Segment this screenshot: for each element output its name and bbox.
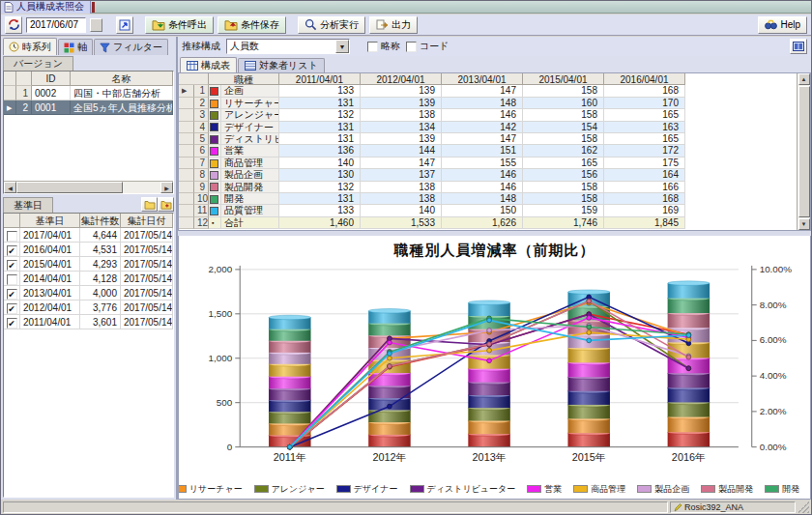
- run-analysis-button[interactable]: 分析実行: [298, 16, 365, 34]
- category-cell[interactable]: アレンジャー: [221, 109, 279, 121]
- date-column-header[interactable]: 2013/04/01: [442, 73, 523, 85]
- legend-swatch: [637, 485, 652, 493]
- value-cell: 169: [604, 205, 685, 216]
- folder-save-icon: [224, 19, 238, 31]
- load-conditions-button[interactable]: 条件呼出: [145, 16, 214, 34]
- value-cell: 165: [604, 109, 685, 121]
- record-arrow: ▶: [4, 100, 16, 115]
- category-cell[interactable]: 企画: [221, 85, 279, 97]
- legend-item: リサーチャー: [178, 483, 243, 496]
- scroll-up-icon[interactable]: ▲: [798, 73, 810, 85]
- folder-open-small-button[interactable]: [141, 197, 158, 212]
- tab-target-list[interactable]: 対象者リスト: [238, 58, 325, 72]
- date-column-header[interactable]: 2011/04/01: [279, 73, 361, 85]
- category-cell[interactable]: 製品開発: [221, 182, 279, 193]
- row-checkbox[interactable]: ✔: [7, 318, 17, 329]
- code-checkbox-group[interactable]: コード: [406, 40, 449, 53]
- scroll-down-icon[interactable]: ▼: [798, 218, 810, 230]
- total-value-cell: 1,746: [523, 217, 604, 229]
- column-header[interactable]: 基準日: [20, 214, 80, 228]
- chart-title: 職種別人員増減率（前期比）: [394, 242, 595, 260]
- checkbox-cell: ✔: [4, 257, 20, 272]
- composition-table: 職種2011/04/012012/04/012013/04/012015/04/…: [179, 73, 670, 229]
- base-date-input[interactable]: [26, 17, 86, 33]
- value-cell: 146: [442, 169, 523, 181]
- category-cell[interactable]: 商品管理: [221, 157, 279, 169]
- status-bar: Rosic392_ANA: [1, 501, 811, 514]
- swatch-cell: [209, 205, 221, 216]
- value-cell: 172: [604, 145, 685, 157]
- category-column-header[interactable]: 職種: [209, 73, 279, 85]
- column-header[interactable]: 集計件数: [80, 214, 121, 228]
- version-hscrollbar[interactable]: ◀ ▶: [4, 181, 173, 193]
- scroll-thumb[interactable]: [798, 86, 810, 217]
- tab-axis[interactable]: 軸: [58, 39, 93, 55]
- column-header[interactable]: 名称: [71, 72, 173, 86]
- document-icon: [4, 2, 14, 13]
- series-color-swatch: [210, 123, 218, 131]
- category-cell[interactable]: リサーチャー: [221, 98, 279, 109]
- category-cell[interactable]: デザイナー: [221, 122, 279, 133]
- tab-time-series[interactable]: 時系列: [3, 38, 57, 55]
- scroll-thumb[interactable]: [16, 182, 123, 193]
- output-button[interactable]: 出力: [369, 16, 418, 34]
- row-checkbox[interactable]: ✔: [7, 245, 17, 256]
- abbrev-checkbox[interactable]: [367, 42, 378, 52]
- row-checkbox[interactable]: ✔: [7, 260, 17, 271]
- window-title-tab[interactable]: 人員構成表照会: [1, 1, 91, 14]
- scroll-left-icon[interactable]: ◀: [4, 182, 16, 193]
- chevron-down-icon[interactable]: ▼: [335, 40, 349, 53]
- row-checkbox[interactable]: ✔: [7, 289, 17, 300]
- base-date-section-bar: 基準日: [3, 196, 174, 213]
- svg-text:8.00%: 8.00%: [759, 300, 786, 310]
- row-checkbox[interactable]: ✔: [7, 303, 17, 314]
- scroll-right-icon[interactable]: ▶: [160, 182, 173, 193]
- timestamp-cell: 2017/05/14 15:35:1: [121, 315, 173, 329]
- row-checkbox[interactable]: [7, 231, 17, 242]
- table-vscrollbar[interactable]: ▲ ▼: [797, 73, 810, 230]
- date-column-header[interactable]: 2015/04/01: [523, 73, 604, 85]
- count-cell: 4,531: [80, 243, 121, 257]
- category-cell[interactable]: 品質管理: [221, 205, 279, 216]
- value-cell: 168: [604, 85, 685, 97]
- legend-swatch: [254, 485, 269, 493]
- tab-filter[interactable]: フィルター: [94, 39, 168, 55]
- date-picker-button[interactable]: [90, 18, 102, 32]
- swatch-cell: [209, 182, 221, 193]
- category-cell[interactable]: 製品企画: [221, 169, 279, 181]
- right-tab-bar: 構成表 対象者リスト: [178, 56, 811, 72]
- open-external-button[interactable]: [116, 16, 133, 34]
- legend-item: 開発: [765, 483, 799, 496]
- column-header[interactable]: ID: [32, 72, 71, 86]
- value-cell: 162: [523, 145, 604, 157]
- category-cell[interactable]: ディストリビ..: [221, 133, 279, 145]
- folder-save-small-button[interactable]: [158, 197, 174, 212]
- code-checkbox[interactable]: [406, 42, 417, 52]
- svg-text:10.00%: 10.00%: [759, 264, 792, 274]
- category-cell[interactable]: 営業: [221, 145, 279, 157]
- timestamp-cell: 2017/05/14 15:35:1: [121, 286, 173, 300]
- resize-grip[interactable]: [798, 501, 809, 513]
- series-color-swatch: [210, 159, 218, 168]
- swatch-cell: [209, 157, 221, 169]
- left-panel: 時系列 軸 フィルター: [1, 37, 178, 500]
- value-cell: 168: [604, 193, 685, 205]
- value-cell: 132: [279, 109, 361, 121]
- abbrev-checkbox-group[interactable]: 略称: [367, 40, 400, 53]
- save-conditions-button[interactable]: 条件保存: [218, 16, 286, 34]
- column-header[interactable]: 集計日付: [121, 214, 173, 228]
- row-number: 1: [194, 85, 209, 97]
- category-cell[interactable]: 開発: [221, 193, 279, 205]
- date-column-header[interactable]: 2016/04/01: [604, 73, 685, 85]
- axis-grid-icon: [64, 43, 74, 53]
- layout-toggle-button[interactable]: [790, 39, 807, 54]
- refresh-button[interactable]: [5, 16, 22, 34]
- record-arrow: [179, 205, 194, 216]
- tab-composition-table[interactable]: 構成表: [180, 57, 237, 72]
- date-column-header[interactable]: 2012/04/01: [361, 73, 442, 85]
- series-color-swatch: [210, 183, 218, 191]
- timestamp-cell: 2017/05/14 15:35:1: [121, 300, 173, 315]
- row-checkbox[interactable]: [7, 274, 17, 285]
- transition-composition-select[interactable]: 人員数 ▼: [226, 39, 350, 54]
- help-button[interactable]: Help: [758, 16, 807, 34]
